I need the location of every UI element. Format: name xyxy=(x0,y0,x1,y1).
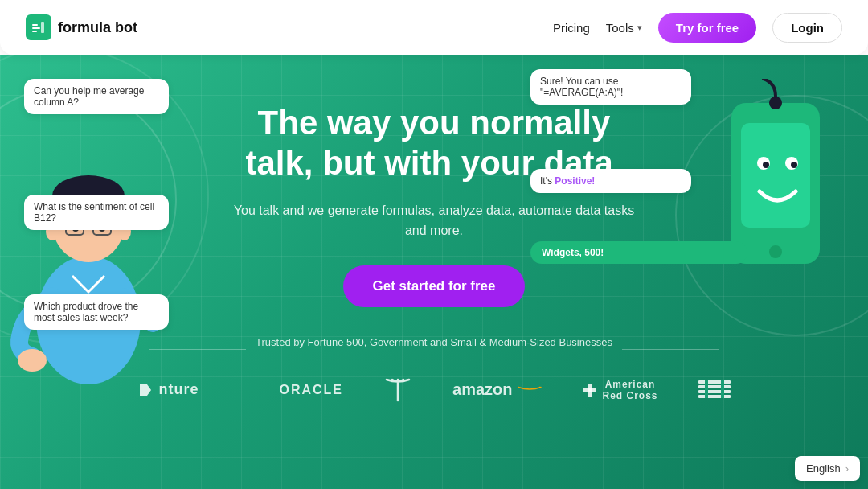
logo-text: formula bot xyxy=(58,19,137,36)
brand-logos: nture ORACLE amazon xyxy=(137,376,730,405)
navbar: formula bot Pricing Tools ▾ Try for free… xyxy=(0,0,868,55)
trusted-text: Trusted by Fortune 500, Government and S… xyxy=(256,336,612,348)
login-button[interactable]: Login xyxy=(772,13,842,43)
logo-redcross: AmericanRed Cross xyxy=(582,379,658,401)
logo-amazon: amazon xyxy=(452,380,541,399)
chevron-right-icon: › xyxy=(845,462,849,475)
divider-right xyxy=(622,349,719,350)
svg-rect-3 xyxy=(41,22,44,33)
svg-rect-1 xyxy=(32,27,40,29)
bubble-right-1: Sure! You can use "=AVERAGE(A:A)"! xyxy=(530,69,691,105)
svg-point-13 xyxy=(18,349,47,372)
dividers: Trusted by Fortune 500, Government and S… xyxy=(137,336,730,363)
trusted-section: Trusted by Fortune 500, Government and S… xyxy=(137,336,730,405)
bubble-right-2: It's Positive! xyxy=(530,169,691,193)
bubble-3: Which product drove the most sales last … xyxy=(24,294,169,330)
svg-rect-26 xyxy=(583,388,596,392)
tools-dropdown[interactable]: Tools ▾ xyxy=(606,21,642,35)
pricing-link[interactable]: Pricing xyxy=(553,21,590,35)
logo-icon xyxy=(26,14,51,40)
logo-oracle: ORACLE xyxy=(279,383,343,397)
svg-rect-30 xyxy=(698,395,731,398)
svg-rect-31 xyxy=(705,380,708,398)
positive-highlight: Positive! xyxy=(555,175,595,187)
nav-links: Pricing Tools ▾ Try for free Login xyxy=(553,13,842,43)
try-for-free-button[interactable]: Try for free xyxy=(658,13,756,43)
svg-rect-29 xyxy=(698,390,731,393)
svg-rect-28 xyxy=(698,385,731,388)
logo-tesla xyxy=(383,376,412,405)
svg-rect-0 xyxy=(32,24,38,26)
bubble-right-3: Widgets, 500! xyxy=(530,241,747,264)
logo-ibm xyxy=(698,379,731,401)
logo-area: formula bot xyxy=(26,14,137,40)
bubble-2: What is the sentiment of cell B12? xyxy=(24,195,169,230)
bubble-1: Can you help me average column A? xyxy=(24,79,169,114)
get-started-button[interactable]: Get started for free xyxy=(343,265,524,307)
language-label: English xyxy=(806,462,841,475)
tools-label: Tools xyxy=(606,21,634,35)
chevron-down-icon: ▾ xyxy=(637,23,642,33)
svg-rect-27 xyxy=(698,380,731,384)
svg-rect-32 xyxy=(721,380,724,398)
svg-rect-2 xyxy=(32,31,37,32)
language-badge[interactable]: English › xyxy=(795,456,860,481)
chat-bubbles-left: Can you help me average column A? What i… xyxy=(24,71,169,338)
chat-bubbles-right: Sure! You can use "=AVERAGE(A:A)"! It's … xyxy=(530,63,852,270)
hero-section: Can you help me average column A? What i… xyxy=(0,55,868,489)
